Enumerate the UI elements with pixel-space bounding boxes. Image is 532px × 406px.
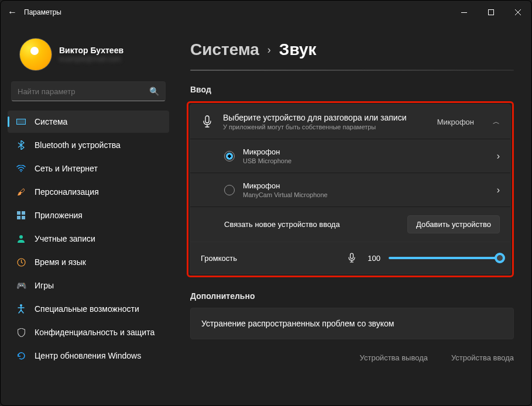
avatar — [19, 38, 52, 71]
nav-label: Время и язык — [35, 257, 86, 267]
close-icon — [515, 9, 521, 15]
window-controls — [451, 1, 531, 24]
nav-label: Персонализация — [35, 187, 99, 197]
nav-gaming[interactable]: 🎮 Игры — [8, 274, 169, 297]
apps-icon — [16, 210, 26, 221]
current-device-label: Микрофон — [437, 118, 474, 126]
close-button[interactable] — [504, 1, 531, 24]
update-icon — [16, 350, 26, 361]
search-input[interactable] — [18, 87, 149, 96]
radio-unselected[interactable] — [224, 185, 235, 195]
input-section-highlight: Выберите устройство для разговора или за… — [187, 101, 514, 277]
nav-label: Игры — [35, 281, 54, 290]
volume-value: 100 — [364, 254, 380, 263]
svg-rect-0 — [461, 12, 467, 13]
nav-privacy[interactable]: Конфиденциальность и защита — [8, 321, 169, 343]
nav-list: Система Bluetooth и устройства Сеть и Ин… — [5, 111, 171, 367]
microphone-icon — [201, 115, 214, 128]
device-row-manycam[interactable]: Микрофон ManyCam Virtual Microphone › — [190, 173, 510, 207]
volume-slider[interactable] — [389, 257, 500, 259]
nav-label: Центр обновления Windows — [35, 351, 141, 360]
nav-accounts[interactable]: Учетные записи — [8, 228, 169, 250]
maximize-button[interactable] — [478, 1, 504, 24]
breadcrumb-current: Звук — [279, 40, 317, 59]
svg-rect-7 — [351, 253, 353, 259]
advanced-links: Устройства вывода Устройства ввода — [190, 353, 514, 362]
troubleshoot-title: Устранение распространенных проблем со з… — [201, 319, 394, 328]
microphone-icon[interactable] — [348, 253, 356, 263]
troubleshoot-card[interactable]: Устранение распространенных проблем со з… — [190, 308, 514, 339]
svg-rect-6 — [205, 116, 209, 123]
device-name: Микрофон — [243, 181, 328, 190]
device-desc: USB Microphone — [243, 157, 291, 164]
output-devices-link[interactable]: Устройства вывода — [360, 353, 428, 362]
minimize-icon — [461, 12, 467, 13]
nav-label: Bluetooth и устройства — [35, 140, 121, 150]
input-device-text: Выберите устройство для разговора или за… — [223, 113, 406, 130]
search-box[interactable]: 🔍 — [11, 81, 166, 101]
input-device-title: Выберите устройство для разговора или за… — [223, 113, 406, 122]
user-name: Виктор Бухтеев — [59, 46, 123, 55]
window-title: Параметры — [24, 8, 61, 16]
back-button[interactable]: ← — [1, 1, 24, 24]
user-text: Виктор Бухтеев example@mail.com — [59, 46, 123, 63]
chevron-right-icon[interactable]: › — [497, 151, 500, 161]
svg-rect-1 — [489, 10, 494, 15]
bluetooth-icon — [16, 140, 26, 150]
device-text: Микрофон USB Microphone — [243, 147, 291, 164]
minimize-button[interactable] — [451, 1, 478, 24]
user-block[interactable]: Виктор Бухтеев example@mail.com — [5, 30, 171, 81]
nav-label: Система — [35, 117, 67, 126]
input-device-header[interactable]: Выберите устройство для разговора или за… — [190, 105, 510, 139]
wifi-icon — [16, 163, 26, 174]
radio-selected[interactable] — [224, 151, 235, 161]
settings-window: ← Параметры Виктор Бухтеев example@mail.… — [0, 0, 532, 406]
nav-label: Приложения — [35, 211, 83, 220]
input-devices-link[interactable]: Устройства ввода — [451, 353, 514, 362]
chevron-right-icon: › — [267, 44, 271, 56]
svg-point-2 — [20, 171, 22, 172]
nav-time-language[interactable]: Время и язык — [8, 251, 169, 273]
nav-label: Сеть и Интернет — [35, 164, 98, 173]
breadcrumb-parent[interactable]: Система — [190, 40, 259, 59]
pair-device-row: Связать новое устройство ввода Добавить … — [190, 207, 510, 242]
breadcrumb: Система › Звук — [176, 24, 514, 63]
main-content: Система › Звук Ввод Выберите устройство … — [176, 24, 531, 405]
section-advanced-label: Дополнительно — [190, 291, 514, 301]
window-body: Виктор Бухтеев example@mail.com 🔍 Систем… — [1, 24, 531, 405]
nav-label: Конфиденциальность и защита — [35, 328, 155, 337]
accessibility-icon — [16, 304, 26, 314]
device-row-usb-mic[interactable]: Микрофон USB Microphone › — [190, 139, 510, 173]
slider-thumb[interactable] — [495, 253, 505, 263]
nav-network[interactable]: Сеть и Интернет — [8, 157, 169, 180]
nav-personalization[interactable]: 🖌 Персонализация — [8, 181, 169, 203]
gamepad-icon: 🎮 — [16, 280, 26, 291]
search-icon: 🔍 — [149, 87, 159, 96]
user-email: example@mail.com — [59, 55, 123, 63]
volume-label: Громкость — [201, 254, 237, 263]
volume-row: Громкость 100 — [190, 242, 510, 274]
svg-point-3 — [19, 235, 23, 239]
device-desc: ManyCam Virtual Microphone — [243, 191, 328, 198]
titlebar: ← Параметры — [1, 1, 531, 24]
nav-bluetooth[interactable]: Bluetooth и устройства — [8, 134, 169, 156]
pair-device-label: Связать новое устройство ввода — [224, 220, 340, 229]
chevron-up-icon: ︿ — [493, 117, 500, 127]
sidebar: Виктор Бухтеев example@mail.com 🔍 Систем… — [1, 24, 176, 405]
device-name: Микрофон — [243, 147, 291, 156]
device-text: Микрофон ManyCam Virtual Microphone — [243, 181, 328, 198]
nav-accessibility[interactable]: Специальные возможности — [8, 298, 169, 320]
system-icon — [16, 116, 26, 127]
divider — [190, 70, 514, 71]
section-input-label: Ввод — [190, 85, 514, 94]
volume-card: Громкость 100 — [190, 242, 511, 274]
chevron-right-icon[interactable]: › — [497, 185, 500, 195]
clock-globe-icon — [16, 257, 26, 267]
nav-windows-update[interactable]: Центр обновления Windows — [8, 345, 169, 367]
nav-label: Учетные записи — [35, 234, 95, 243]
shield-icon — [16, 327, 26, 338]
add-device-button[interactable]: Добавить устройство — [407, 215, 500, 233]
input-device-card: Выберите устройство для разговора или за… — [190, 104, 511, 242]
nav-system[interactable]: Система — [8, 111, 169, 133]
nav-apps[interactable]: Приложения — [8, 204, 169, 226]
